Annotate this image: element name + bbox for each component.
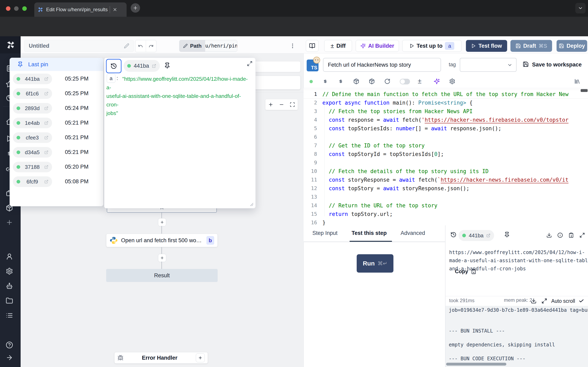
flow-name-input[interactable]: Untitled [24,40,134,52]
draft-button[interactable]: Draft ⌘S [510,40,552,52]
step-summary-input[interactable]: Fetch url of HackerNews top story [323,58,441,72]
pin-run-pill[interactable]: 1e4ab [13,118,52,128]
info-icon[interactable] [557,233,563,238]
expand-result-icon[interactable] [579,233,585,238]
test-up-to-button[interactable]: Test up to a [402,40,461,52]
pin-run-pill[interactable]: 441ba [13,74,52,84]
macos-zoom-button[interactable] [22,6,27,11]
pin-icon[interactable] [164,62,171,69]
pin-run-pill[interactable]: 2893d [13,103,52,114]
reload-code-icon[interactable] [384,78,390,84]
sidebar-add-icon[interactable] [6,219,13,226]
new-tab-button[interactable] [131,3,140,13]
deploy-button[interactable]: Deploy [557,40,587,52]
external-link-icon[interactable] [44,136,48,140]
history-icon[interactable] [450,232,457,238]
download-logs-icon[interactable] [531,298,536,304]
test-flow-button[interactable]: Test flow [466,40,507,52]
result-run-pill[interactable]: 441ba [458,230,494,241]
macos-close-button[interactable] [6,6,10,11]
pin-icon[interactable] [504,232,510,238]
zoom-out-icon[interactable] [279,102,284,107]
package-icon[interactable] [353,78,359,84]
flow-step-node-b[interactable]: Open url and fetch first 500 words of ..… [106,234,218,247]
pin-run-pill[interactable]: cfee3 [13,132,52,143]
ai-sparkles-icon[interactable] [434,78,440,84]
external-link-icon[interactable] [44,180,48,184]
macos-minimize-button[interactable] [14,6,18,11]
insert-step-button[interactable] [158,218,166,226]
code-editor[interactable]: 1// Define the main function to fetch th… [303,88,588,225]
pin-run-pill[interactable]: 6fcf9 [13,176,52,187]
external-link-icon[interactable] [44,92,48,96]
flow-result-node[interactable]: Result [106,269,218,282]
log-scrollbar-thumb[interactable] [446,363,506,366]
sidebar-expand-icon[interactable] [6,354,13,361]
pin-list-item[interactable]: 1e4ab 05:21 PM [10,117,103,129]
pin-list-item[interactable]: cfee3 05:21 PM [10,132,103,144]
tab-advanced[interactable]: Advanced [401,230,425,236]
path-button[interactable]: Path u/henri/pin [179,40,237,52]
variables-dollar-icon[interactable] [322,78,328,84]
more-options-kebab-icon[interactable] [290,43,296,49]
copy-button[interactable]: Copy [455,268,476,275]
pin-list-item[interactable]: 37188 05:20 PM [10,161,103,174]
tab-search-chevron-button[interactable] [575,3,586,13]
undo-button[interactable] [135,40,146,52]
package-lock-icon[interactable] [369,78,375,84]
external-link-icon[interactable] [44,165,48,169]
history-toggle-button[interactable] [106,59,121,73]
error-handler-node[interactable]: Error Handler [114,352,208,364]
pin-run-pill[interactable]: d34a5 [13,147,52,158]
sidebar-help-icon[interactable] [6,341,13,349]
code-line[interactable]: 16} [303,218,588,225]
diff-button[interactable]: ± Diff [324,40,352,52]
editor-settings-gear-icon[interactable] [449,78,455,84]
external-link-icon[interactable] [152,64,156,68]
pin-list-item[interactable]: d34a5 05:21 PM [10,147,103,159]
library-icon[interactable] [574,78,580,84]
log-output-area[interactable]: job=019634e7-9d30-b7cb-1e89-03a64ed441ba… [445,306,588,367]
external-link-icon[interactable] [44,106,48,110]
code-line[interactable]: 15 return topStory.url; [303,210,588,218]
tab-step-input[interactable]: Step Input [312,230,337,236]
external-link-icon[interactable] [44,150,48,154]
diff-plusminus-icon[interactable]: ± [418,77,422,85]
code-line[interactable]: 3 // Fetch the top stories from Hacker N… [303,107,588,116]
redo-button[interactable] [146,40,156,52]
code-line[interactable]: 11 const storyResponse = await fetch(`ht… [303,175,588,184]
resources-dollar-icon[interactable] [338,78,344,84]
pin-list-item[interactable]: 6fcf9 05:08 PM [10,176,103,188]
sidebar-item-settings-icon[interactable] [6,267,13,275]
download-result-icon[interactable] [546,233,552,238]
code-line[interactable]: 9 [303,158,588,167]
external-link-icon[interactable] [44,121,48,125]
close-tab-icon[interactable] [112,7,117,12]
browser-tab[interactable]: Edit Flow u/henri/pin_results [34,2,127,17]
expand-popup-icon[interactable] [247,61,252,67]
add-error-handler-button[interactable] [196,353,205,362]
external-link-icon[interactable] [44,77,48,81]
code-line[interactable]: 4 const response = await fetch('https://… [303,116,588,124]
expand-logs-icon[interactable] [541,298,547,304]
insert-step-button[interactable] [158,254,166,262]
pin-run-pill[interactable]: 37188 [13,162,52,172]
docs-book-button[interactable] [306,40,319,52]
code-line[interactable]: 6 [303,133,588,141]
sidebar-item-folders-icon[interactable] [6,297,13,304]
resize-handle-icon[interactable] [250,202,254,207]
ai-builder-button[interactable]: AI Builder [356,40,399,52]
code-line[interactable]: 14 // Return the URL of the top story [303,201,588,210]
zoom-in-icon[interactable] [268,102,273,107]
tag-select[interactable] [460,58,517,72]
diff-mode-toggle[interactable] [400,79,410,84]
sidebar-item-users-icon[interactable] [6,253,13,260]
tab-test-this-step[interactable]: Test this step [352,230,387,236]
editor-scrollbar-thumb[interactable] [581,89,588,92]
windmill-logo[interactable] [0,36,21,53]
code-line[interactable]: 13 [303,193,588,201]
code-line[interactable]: 7 // Get the ID of the top story [303,141,588,150]
popup-run-pill[interactable]: 441ba [123,60,160,72]
code-line[interactable]: 2export async function main(): Promise<s… [303,99,588,107]
pin-list-item[interactable]: 6f1c6 05:25 PM [10,88,103,100]
